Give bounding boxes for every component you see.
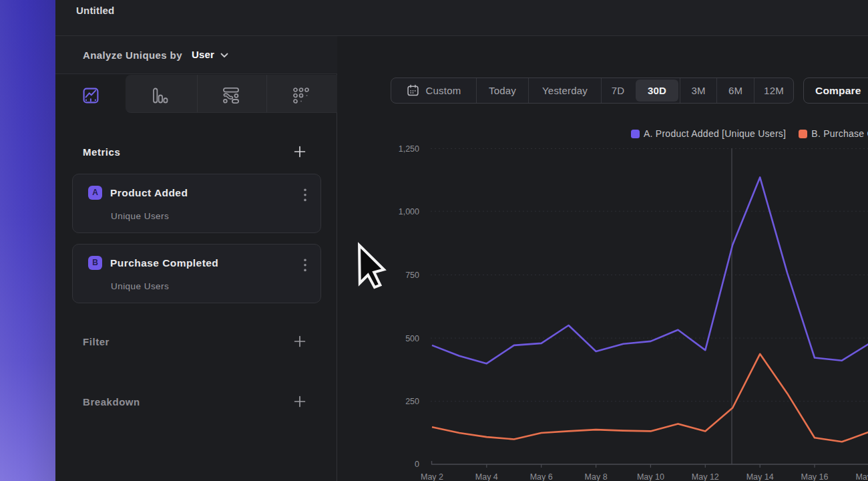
svg-text:May 8: May 8 — [585, 472, 608, 481]
svg-text:May 18: May 18 — [855, 472, 868, 481]
svg-text:750: 750 — [405, 271, 419, 280]
svg-text:0: 0 — [415, 460, 419, 469]
svg-text:May 2: May 2 — [421, 472, 443, 481]
svg-text:May 12: May 12 — [692, 472, 719, 481]
svg-text:1,250: 1,250 — [399, 144, 419, 154]
svg-text:May 10: May 10 — [637, 472, 664, 481]
svg-text:May 6: May 6 — [530, 472, 553, 481]
svg-text:May 14: May 14 — [746, 472, 774, 481]
svg-text:May 16: May 16 — [801, 472, 829, 481]
svg-text:250: 250 — [405, 397, 419, 406]
svg-text:May 4: May 4 — [475, 472, 498, 481]
svg-text:500: 500 — [405, 334, 419, 343]
svg-text:1,000: 1,000 — [399, 207, 419, 216]
